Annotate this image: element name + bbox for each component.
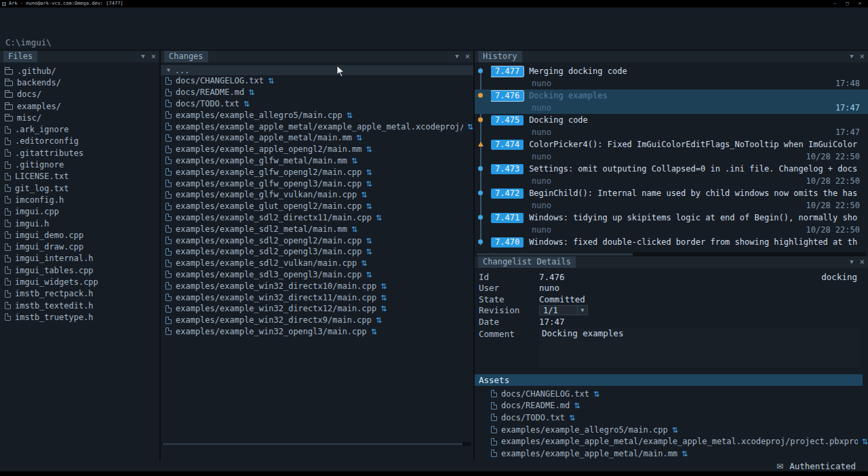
file-tree-item[interactable]: imgui.h — [0, 218, 159, 229]
close-icon[interactable]: × — [860, 51, 865, 62]
revision-badge: 7.474 — [491, 140, 524, 150]
file-tree-item[interactable]: imgui_widgets.cpp — [0, 276, 159, 287]
assets-section-header[interactable]: Assets — [475, 374, 863, 386]
checkout-status-icon — [356, 133, 362, 142]
changes-root-row[interactable]: ▼ ... — [161, 65, 473, 75]
history-panel: History ▼ × 7.477 Merging docking code n… — [475, 51, 868, 461]
current-path: C:\imgui\ — [5, 37, 52, 47]
asset-file-row[interactable]: docs/TODO.txt — [475, 412, 868, 424]
changed-file-row[interactable]: examples/example_sdl2_opengl2/main.cpp — [161, 235, 473, 246]
expand-arrow-icon[interactable]: ▼ — [167, 67, 170, 73]
history-commit-row[interactable]: 7.473 Settings: omit outputing Collapsed… — [475, 163, 868, 187]
revision-select[interactable]: 1/1 ▼ — [539, 305, 588, 315]
changelist-details-title[interactable]: Changelist Details — [478, 256, 576, 268]
close-icon[interactable]: × — [860, 256, 865, 268]
file-tree-item[interactable]: imgui_draw.cpp — [0, 241, 159, 252]
file-tree-item[interactable]: LICENSE.txt — [0, 171, 159, 182]
menu-item[interactable] — [5, 9, 8, 22]
changed-file-row[interactable]: examples/example_glfw_opengl3/main.cpp — [161, 178, 473, 189]
file-tree-item[interactable]: .gitattributes — [0, 147, 159, 159]
file-tree-item[interactable]: .github/ — [0, 65, 159, 77]
file-tree-item[interactable]: imstb_rectpack.h — [0, 288, 159, 300]
file-tree-item[interactable]: imgui.cpp — [0, 206, 159, 218]
changed-file-row[interactable]: examples/example_glut_opengl2/main.cpp — [161, 201, 473, 212]
file-path: examples/example_sdl2_vulkan/main.cpp — [176, 258, 357, 268]
file-tree-label: imstb_rectpack.h — [15, 289, 94, 298]
menu-item[interactable] — [24, 9, 27, 22]
filter-icon[interactable]: ▼ — [850, 51, 853, 62]
changed-file-row[interactable]: examples/example_sdl2_metal/main.mm — [161, 223, 473, 235]
file-tree-item[interactable]: imstb_truetype.h — [0, 311, 159, 323]
commit-author: nuno — [532, 127, 551, 137]
panel-divider[interactable] — [473, 51, 475, 461]
changed-file-row[interactable]: examples/example_glfw_metal/main.mm — [161, 155, 473, 167]
asset-file-row[interactable]: examples/example_apple_metal/main.mm — [475, 448, 868, 460]
changed-file-row[interactable]: examples/example_glfw_vulkan/main.cpp — [161, 189, 473, 201]
history-commit-row[interactable]: 7.477 Merging docking code nuno 17:48 — [475, 65, 868, 90]
panel-divider[interactable] — [159, 51, 161, 461]
file-tree-item[interactable]: imgui_internal.h — [0, 253, 159, 264]
changed-file-row[interactable]: examples/example_win32_directx11/main.cp… — [161, 292, 473, 303]
changed-file-row[interactable]: examples/example_sdl2_directx11/main.cpp — [161, 212, 473, 224]
changed-file-row[interactable]: examples/example_win32_directx10/main.cp… — [161, 280, 473, 292]
changes-panel-title[interactable]: Changes — [164, 51, 208, 62]
changed-file-row[interactable]: examples/example_sdl3_opengl3/main.cpp — [161, 269, 473, 281]
history-commit-row[interactable]: 7.471 Windows: tidying up skipitems logi… — [475, 212, 868, 236]
file-tree-item[interactable]: git_log.txt — [0, 182, 159, 194]
history-commit-row[interactable]: 7.475 Docking code nuno 17:47 — [475, 114, 868, 138]
file-tree-item[interactable]: docs/ — [0, 89, 159, 100]
changed-file-row[interactable]: docs/README.md — [161, 87, 473, 98]
file-icon — [165, 168, 172, 176]
filter-icon[interactable]: ▼ — [850, 256, 853, 268]
changed-file-row[interactable]: examples/example_win32_directx12/main.cp… — [161, 303, 473, 315]
changes-horizontal-scrollbar[interactable] — [162, 442, 471, 446]
close-window-icon[interactable]: × — [859, 0, 861, 7]
changed-file-row[interactable]: examples/example_apple_metal/main.mm — [161, 132, 473, 144]
files-panel-title[interactable]: Files — [3, 51, 37, 62]
history-commit-row[interactable]: 7.472 BeginChild(): Internal name used b… — [475, 187, 868, 212]
file-tree-item[interactable]: .ark_ignore — [0, 123, 159, 135]
changed-file-row[interactable]: examples/example_win32_directx9/main.cpp — [161, 315, 473, 326]
file-tree-item[interactable]: imgui_tables.cpp — [0, 264, 159, 276]
asset-file-row[interactable]: docs/README.md — [475, 400, 868, 412]
file-tree-item[interactable]: backends/ — [0, 77, 159, 88]
changed-file-row[interactable]: examples/example_apple_opengl2/main.mm — [161, 144, 473, 155]
file-tree-item[interactable]: imstb_textedit.h — [0, 300, 159, 311]
history-panel-title[interactable]: History — [478, 51, 522, 62]
asset-file-row[interactable]: examples/example_allegro5/main.cpp — [475, 424, 868, 436]
menu-item[interactable] — [15, 9, 18, 22]
filter-icon[interactable]: ▼ — [141, 51, 144, 62]
changed-file-row[interactable]: examples/example_allegro5/main.cpp — [161, 109, 473, 121]
changed-file-row[interactable]: examples/example_apple_metal/example_app… — [161, 121, 473, 132]
file-icon — [165, 123, 172, 130]
changed-file-row[interactable]: docs/TODO.txt — [161, 98, 473, 110]
file-tree-icon — [5, 161, 11, 169]
history-commit-row[interactable]: 7.476 Docking examples nuno 17:47 — [475, 90, 868, 114]
file-tree-item[interactable]: imconfig.h — [0, 194, 159, 205]
history-commit-row[interactable]: 7.474 ColorPicker4(): Fixed ImGuiColorEd… — [475, 138, 868, 163]
file-icon — [165, 248, 172, 256]
file-tree-item[interactable]: .gitignore — [0, 159, 159, 170]
changed-file-row[interactable]: examples/example_sdl2_vulkan/main.cpp — [161, 258, 473, 269]
field-label: State — [475, 294, 539, 304]
changed-file-row[interactable]: docs/CHANGELOG.txt — [161, 75, 473, 87]
changed-file-row[interactable]: examples/example_glfw_opengl2/main.cpp — [161, 166, 473, 178]
close-icon[interactable]: × — [151, 51, 156, 62]
maximize-icon[interactable]: □ — [846, 0, 849, 7]
minimize-icon[interactable]: – — [833, 0, 836, 7]
file-tree-item[interactable]: .editorconfig — [0, 136, 159, 147]
filter-icon[interactable]: ▼ — [455, 51, 458, 62]
asset-file-row[interactable]: docs/CHANGELOG.txt — [475, 388, 868, 400]
file-tree-item[interactable]: misc/ — [0, 112, 159, 123]
dropdown-arrow-icon[interactable]: ▼ — [577, 306, 587, 315]
menu-item[interactable] — [34, 9, 37, 22]
menu-item[interactable] — [43, 9, 46, 22]
history-commit-row[interactable]: 7.470 Windows: fixed double-clicked bord… — [475, 236, 868, 251]
asset-file-row[interactable]: examples/example_apple_metal/example_app… — [475, 435, 868, 448]
file-tree-item[interactable]: imgui_demo.cpp — [0, 229, 159, 241]
field-date: Date 17:47 — [475, 316, 868, 328]
changed-file-row[interactable]: examples/example_sdl2_opengl3/main.cpp — [161, 246, 473, 258]
close-icon[interactable]: × — [465, 51, 470, 62]
changed-file-row[interactable]: examples/example_win32_opengl3/main.cpp — [161, 326, 473, 338]
file-tree-item[interactable]: examples/ — [0, 100, 159, 112]
